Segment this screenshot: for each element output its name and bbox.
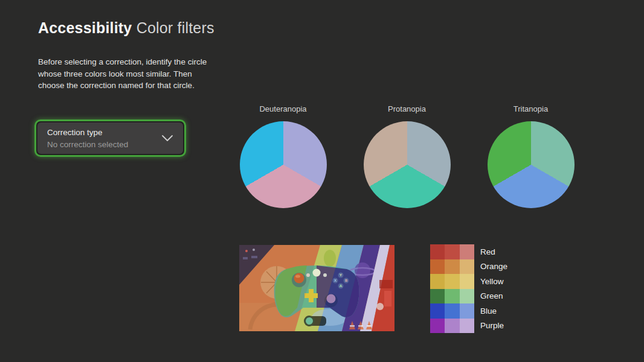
swatch-green-shade-0 — [430, 289, 445, 304]
dropdown-label: Correction type — [47, 128, 156, 137]
swatch-blue-shade-1 — [445, 303, 459, 319]
legend-label-red: Red — [480, 244, 507, 259]
swatch-purple-shade-1 — [445, 319, 459, 334]
protanopia-label: Protanopia — [363, 104, 451, 113]
swatch-blue-shade-0 — [430, 303, 445, 319]
legend-label-blue: Blue — [480, 303, 507, 319]
swatch-orange-shade-0 — [430, 259, 445, 275]
page-title-subsection: Color filters — [137, 19, 214, 36]
swatch-yellow-shade-1 — [445, 274, 459, 289]
swatch-red-shade-0 — [430, 244, 445, 259]
legend-label-purple: Purple — [480, 319, 507, 334]
swatch-purple-shade-2 — [460, 319, 474, 334]
deuteranopia-pie-group: Deuteranopia — [239, 104, 327, 208]
swatch-orange-shade-2 — [460, 259, 474, 275]
deuteranopia-pie-chart — [240, 121, 327, 208]
deuteranopia-label: Deuteranopia — [239, 104, 327, 113]
swatch-yellow-shade-2 — [460, 274, 474, 289]
correction-type-dropdown[interactable]: Correction type No correction selected — [34, 119, 186, 157]
color-legend-labels: RedOrangeYellowGreenBluePurple — [480, 244, 507, 333]
swatch-blue-shade-2 — [460, 303, 474, 319]
color-legend-swatch-grid — [430, 244, 474, 333]
swatch-orange-shade-1 — [445, 259, 459, 275]
tritanopia-pie-group: Tritanopia — [487, 104, 575, 208]
tritanopia-label: Tritanopia — [487, 104, 575, 113]
color-filters-settings-page: Accessibility Color filters Before selec… — [0, 0, 644, 362]
controller-artwork-image: Y X B A — [239, 245, 394, 331]
swatch-green-shade-2 — [460, 289, 474, 304]
legend-label-green: Green — [480, 289, 507, 304]
page-title: Accessibility Color filters — [38, 19, 214, 37]
dropdown-selected-value: No correction selected — [47, 140, 156, 149]
protanopia-pie-chart — [364, 121, 451, 208]
tritanopia-pie-chart — [488, 121, 575, 208]
swatch-purple-shade-0 — [430, 319, 445, 334]
swatch-red-shade-2 — [460, 244, 474, 259]
page-title-section: Accessibility — [38, 19, 132, 36]
protanopia-pie-group: Protanopia — [363, 104, 451, 208]
correction-type-dropdown-inner: Correction type No correction selected — [37, 122, 183, 154]
legend-label-yellow: Yellow — [480, 274, 507, 289]
swatch-green-shade-1 — [445, 289, 459, 304]
swatch-yellow-shade-0 — [430, 274, 445, 289]
instructions-text: Before selecting a correction, identify … — [38, 56, 217, 92]
legend-label-orange: Orange — [480, 259, 507, 275]
chevron-down-icon — [161, 135, 173, 142]
swatch-red-shade-1 — [445, 244, 459, 259]
